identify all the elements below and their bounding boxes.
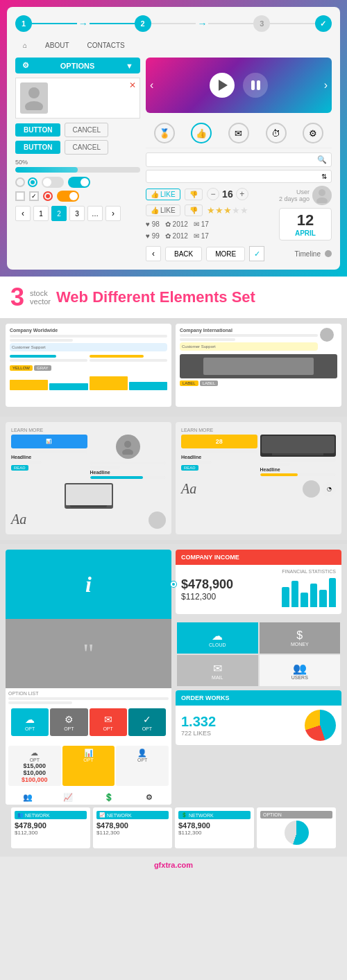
play-icon <box>219 80 228 91</box>
video-player: ‹ › <box>146 58 332 113</box>
user-time: 2 days ago <box>279 195 310 202</box>
decrement-btn[interactable]: − <box>207 188 219 200</box>
device-right-2: Headline <box>260 435 337 478</box>
step-2[interactable]: 2 <box>135 15 151 32</box>
radio-group-1 <box>15 177 37 187</box>
close-icon[interactable]: ✕ <box>129 80 136 90</box>
toggle-on-1[interactable] <box>68 177 90 188</box>
toggle-off-1[interactable] <box>42 177 64 188</box>
dr2-line-2 <box>260 463 291 466</box>
dislike-button-2[interactable]: 👎 <box>185 204 203 216</box>
step-4[interactable]: ✓ <box>315 15 332 32</box>
nav-prev-btn[interactable]: ‹ <box>146 246 161 261</box>
small-tiles-section: OPTION LIST ☁ OPT ⚙ OPT ✉ OPT <box>6 688 171 742</box>
video-next-icon[interactable]: › <box>324 79 328 91</box>
like-icon[interactable]: 👍 <box>191 123 212 143</box>
letter-aa-2: Aa <box>181 481 196 497</box>
financial-title: FINANCIAL STATISTICS <box>282 569 336 574</box>
views-stat: ✿ 2012 <box>165 220 188 228</box>
more-button[interactable]: MORE <box>206 247 245 261</box>
sc1-header: 👥 NETWORK <box>15 811 87 819</box>
home-tab[interactable]: ⌂ <box>15 39 35 52</box>
bi-2[interactable]: 📈 <box>49 793 87 802</box>
user-date-right: User 2 days ago 12 <box>279 186 332 240</box>
cancel-button-1[interactable]: CANCEL <box>65 123 108 137</box>
increment-btn[interactable]: + <box>236 188 248 200</box>
teal-line-1 <box>10 355 56 358</box>
award-icon[interactable]: 🏅 <box>154 123 175 143</box>
tile-2x2-3[interactable]: ✉ MAIL <box>177 655 258 686</box>
page-btn-2[interactable]: 2 <box>51 206 67 221</box>
dr1-progress <box>90 476 167 479</box>
search-input-1[interactable] <box>151 156 317 164</box>
next-page-btn[interactable]: › <box>105 206 121 221</box>
cancel-button-2[interactable]: CANCEL <box>65 140 108 155</box>
about-tab[interactable]: ABOUT <box>37 39 76 52</box>
mini-card-2[interactable]: 📊 OPT <box>62 746 115 786</box>
ibc-3 <box>301 593 307 607</box>
radio-on-1[interactable] <box>28 177 37 187</box>
like-button-2[interactable]: 👍 LIKE <box>146 204 180 216</box>
username: User <box>279 189 310 195</box>
sc1-value: $478,900 <box>15 821 87 830</box>
bi-3[interactable]: 💲 <box>90 793 128 802</box>
views-stat-2: ✿ 2012 <box>165 232 188 240</box>
clock-icon[interactable]: ⏱ <box>266 123 287 143</box>
device-content-1: 📊 Headline READ Headline <box>11 435 166 480</box>
check-tile-label: OPT <box>142 726 152 731</box>
radio-off-1[interactable] <box>15 177 25 187</box>
check-button[interactable]: ✓ <box>249 246 264 261</box>
button-2[interactable]: BUTTON <box>15 141 60 154</box>
tile-settings[interactable]: ⚙ OPT <box>50 708 87 736</box>
yellow-line-1 <box>90 355 144 358</box>
tile-2x2-2[interactable]: $ MONEY <box>260 622 341 654</box>
tile-2x2-4[interactable]: 👥 USERS <box>260 655 341 686</box>
play-button[interactable] <box>210 73 235 98</box>
checkbox-2[interactable]: ✓ <box>29 191 39 201</box>
stock-number: 3 <box>10 285 24 310</box>
checkbox-1[interactable] <box>15 191 25 201</box>
stars-rating[interactable]: ★★★★★ <box>207 205 248 216</box>
page-btn-3[interactable]: 3 <box>69 206 85 221</box>
mail-icon[interactable]: ✉ <box>228 123 249 143</box>
radio-red[interactable] <box>43 191 53 201</box>
pause-button[interactable] <box>243 73 268 98</box>
back-button[interactable]: BACK <box>165 247 202 261</box>
prev-page-btn[interactable]: ‹ <box>15 206 31 221</box>
bi-4[interactable]: ⚙ <box>130 793 169 802</box>
like-button-1[interactable]: 👍 LIKE <box>146 189 180 200</box>
orders-title: ORDER WORKS <box>181 694 230 701</box>
toggle-orange[interactable] <box>57 191 79 202</box>
thumb-2-col1: Company International Customer Support <box>180 328 318 352</box>
thumb-1-header: Company Worldwide <box>10 328 167 333</box>
thumb-1-content: Company Worldwide Customer Support YELLO… <box>10 328 167 390</box>
nav-tabs: ⌂ ABOUT CONTACTS <box>15 39 332 52</box>
income-amounts: $478,900 $112,300 <box>181 577 233 602</box>
orders-left: 1.332 722 LIKES <box>181 714 216 737</box>
dislike-button-1[interactable]: 👎 <box>185 189 203 200</box>
tile-msg[interactable]: ✉ OPT <box>90 708 127 736</box>
step-3[interactable]: 3 <box>253 15 270 32</box>
video-prev-icon[interactable]: ‹ <box>150 79 153 91</box>
bi-1[interactable]: 👥 <box>8 793 47 802</box>
like-row-1: 👍 LIKE 👎 − 16 + <box>146 186 248 202</box>
income-bar-chart <box>282 575 336 610</box>
income-chart-area: FINANCIAL STATISTICS <box>282 569 336 610</box>
ibc-4 <box>310 584 317 607</box>
toggle-row-1 <box>15 177 140 188</box>
dl1-pill-row: READ <box>11 465 87 471</box>
settings-icon[interactable]: ⚙ <box>303 123 323 143</box>
contacts-tab[interactable]: CONTACTS <box>80 39 133 52</box>
step-1[interactable]: 1 <box>15 15 32 32</box>
tile-info[interactable]: ☁ OPT <box>11 708 49 736</box>
tile-check[interactable]: ✓ OPT <box>128 708 166 736</box>
sc4-header: OPTION <box>260 811 332 819</box>
laptop-screen-2 <box>262 436 335 453</box>
page-btn-1[interactable]: 1 <box>33 206 49 221</box>
select-row[interactable]: ⇅ <box>146 170 332 183</box>
tile-2x2-1[interactable]: ☁ CLOUD <box>177 622 258 654</box>
button-1[interactable]: BUTTON <box>15 123 60 137</box>
progress-bar-track[interactable] <box>15 167 140 173</box>
t2-tag-1: LABEL <box>180 380 198 386</box>
options-button[interactable]: ⚙ OPTIONS ▼ <box>15 58 140 73</box>
